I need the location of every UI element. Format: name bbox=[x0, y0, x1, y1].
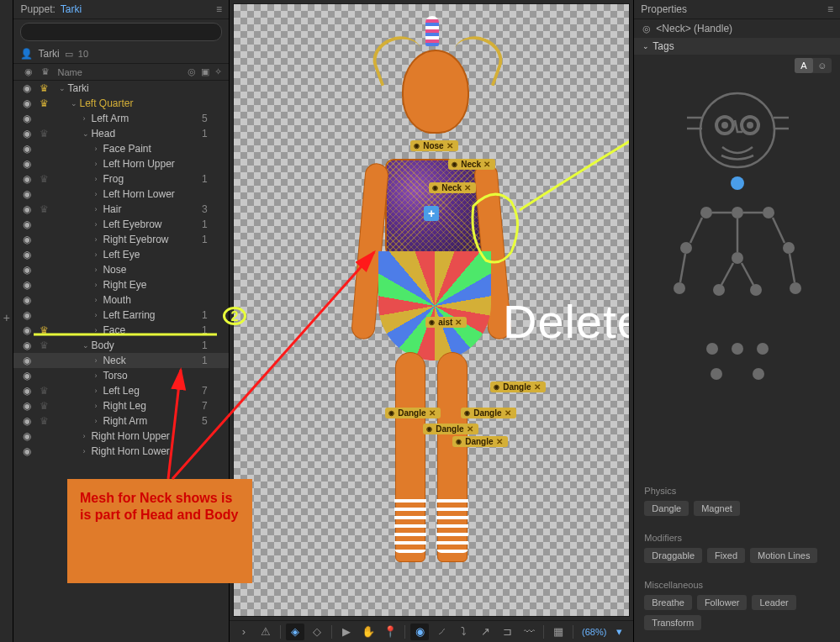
visibility-icon[interactable]: ◉ bbox=[18, 158, 35, 170]
crown-icon[interactable]: ♛ bbox=[35, 385, 52, 397]
caret-icon[interactable]: › bbox=[94, 250, 103, 259]
close-icon[interactable]: ✕ bbox=[446, 141, 453, 150]
visibility-icon[interactable]: ◉ bbox=[18, 430, 35, 442]
record-column-icon[interactable]: ◎ bbox=[188, 66, 196, 77]
tag-dangle[interactable]: Dangle✕ bbox=[423, 424, 478, 434]
tree-row[interactable]: ◉›Right Eyebrow1 bbox=[13, 232, 229, 247]
tree-row[interactable]: ◉♛⌄Body1 bbox=[13, 338, 229, 353]
tree-row[interactable]: ◉♛⌄Head1 bbox=[13, 126, 229, 141]
crown-icon[interactable]: ♛ bbox=[35, 97, 52, 109]
tool-magnet-icon[interactable]: ⊐ bbox=[498, 624, 516, 640]
tag-leader[interactable]: Leader bbox=[752, 595, 795, 610]
tree-row[interactable]: ◉›Right Horn Lower bbox=[13, 444, 229, 459]
visibility-icon[interactable]: ◉ bbox=[18, 294, 35, 306]
visibility-icon[interactable]: ◉ bbox=[18, 143, 35, 155]
tag-dangle[interactable]: Dangle✕ bbox=[452, 436, 507, 447]
tool-stick-icon[interactable]: ⟋ bbox=[432, 624, 451, 640]
caret-icon[interactable]: › bbox=[94, 296, 103, 304]
caret-icon[interactable]: › bbox=[94, 417, 103, 425]
caret-icon[interactable]: › bbox=[94, 281, 103, 289]
tag-transform[interactable]: Transform bbox=[644, 615, 701, 630]
visibility-icon[interactable]: ◉ bbox=[18, 324, 35, 336]
close-icon[interactable]: ✕ bbox=[505, 408, 511, 418]
tag-neck-2[interactable]: Neck✕ bbox=[429, 182, 476, 193]
caret-icon[interactable]: › bbox=[94, 402, 103, 410]
tag-neck-1[interactable]: Neck✕ bbox=[448, 159, 495, 170]
caret-icon[interactable]: › bbox=[94, 205, 103, 213]
tag-dangle[interactable]: Dangle✕ bbox=[490, 382, 545, 392]
neck-tag-dot[interactable] bbox=[731, 176, 744, 190]
origin-icon[interactable]: ◎ bbox=[642, 24, 651, 34]
mode-face-icon[interactable]: ☺ bbox=[813, 58, 832, 73]
tags-section-header[interactable]: ⌄ Tags bbox=[634, 38, 840, 55]
crown-column-icon[interactable]: ♛ bbox=[37, 66, 54, 77]
visibility-icon[interactable]: ◉ bbox=[18, 385, 35, 397]
tag-breathe[interactable]: Breathe bbox=[644, 595, 692, 610]
tool-handle-icon[interactable]: ◉ bbox=[410, 624, 429, 640]
tree-row[interactable]: ◉›Left Earring1 bbox=[13, 308, 229, 323]
caret-icon[interactable]: ⌄ bbox=[59, 84, 67, 92]
caret-icon[interactable]: › bbox=[94, 266, 103, 274]
add-tool-icon[interactable]: + bbox=[3, 311, 10, 324]
panel-menu-icon[interactable]: ≡ bbox=[216, 3, 222, 15]
tag-motion-lines[interactable]: Motion Lines bbox=[750, 548, 817, 563]
search-input[interactable] bbox=[20, 23, 222, 41]
caret-icon[interactable]: › bbox=[94, 220, 103, 229]
tool-arrow-icon[interactable]: ▶ bbox=[337, 624, 356, 640]
tree-row[interactable]: ◉›Right Eye bbox=[13, 277, 229, 292]
tree-row[interactable]: ◉♛⌄Tarki bbox=[13, 81, 229, 96]
tree-row[interactable]: ◉♛⌄Left Quarter bbox=[13, 96, 229, 111]
tag-dangle[interactable]: Dangle✕ bbox=[385, 408, 440, 418]
tree-row[interactable]: ◉♛›Right Arm5 bbox=[13, 413, 229, 429]
tree-row[interactable]: ◉›Left Eye bbox=[13, 247, 229, 262]
caret-icon[interactable]: › bbox=[94, 356, 103, 365]
tool-warning-icon[interactable]: ⚠ bbox=[256, 624, 275, 640]
rig-body-diagram[interactable] bbox=[641, 80, 834, 391]
crown-icon[interactable]: ♛ bbox=[35, 128, 52, 139]
tree-row[interactable]: ◉♛›Face1 bbox=[13, 323, 229, 338]
tree-row[interactable]: ◉♛›Frog1 bbox=[13, 171, 229, 187]
visibility-icon[interactable]: ◉ bbox=[18, 113, 35, 124]
tree-row[interactable]: ◉›Face Paint bbox=[13, 141, 229, 156]
tool-mesh-icon[interactable]: ◈ bbox=[286, 624, 304, 640]
tree-row[interactable]: ◉♛›Right Leg7 bbox=[13, 398, 229, 413]
tag-magnet[interactable]: Magnet bbox=[694, 501, 740, 516]
tag-fixed[interactable]: Fixed bbox=[707, 548, 745, 563]
caret-icon[interactable]: ⌄ bbox=[71, 99, 79, 108]
visibility-icon[interactable]: ◉ bbox=[18, 355, 35, 366]
caret-icon[interactable]: › bbox=[94, 145, 103, 153]
close-icon[interactable]: ✕ bbox=[455, 318, 462, 327]
caret-icon[interactable]: › bbox=[82, 114, 91, 123]
viewport[interactable]: + Nose✕ Neck✕ Neck✕ aist✕ Dangle✕ Dangle… bbox=[233, 3, 630, 617]
crown-icon[interactable]: ♛ bbox=[35, 173, 52, 185]
visibility-icon[interactable]: ◉ bbox=[18, 400, 35, 412]
tag-mode-toggle[interactable]: A ☺ bbox=[795, 58, 832, 73]
panel-menu-icon[interactable]: ≡ bbox=[827, 3, 833, 15]
crown-icon[interactable]: ♛ bbox=[35, 415, 52, 427]
puppet-summary-row[interactable]: 👤 Tarki ▭ 10 bbox=[13, 45, 229, 64]
visibility-icon[interactable]: ◉ bbox=[18, 97, 35, 109]
tag-dangle[interactable]: Dangle✕ bbox=[461, 408, 515, 418]
crown-icon[interactable]: ♛ bbox=[35, 203, 52, 215]
tag-dangle[interactable]: Dangle bbox=[644, 501, 689, 516]
trigger-column-icon[interactable]: ✧ bbox=[214, 66, 222, 77]
caret-icon[interactable]: › bbox=[94, 387, 103, 395]
tool-pin-icon[interactable]: 📍 bbox=[381, 624, 399, 640]
caret-icon[interactable]: › bbox=[94, 160, 103, 168]
close-icon[interactable]: ✕ bbox=[496, 437, 503, 446]
visibility-icon[interactable]: ◉ bbox=[18, 415, 35, 427]
visibility-icon[interactable]: ◉ bbox=[18, 234, 35, 245]
crown-icon[interactable]: ♛ bbox=[35, 400, 52, 412]
visibility-icon[interactable]: ◉ bbox=[18, 445, 35, 457]
tree-row[interactable]: ◉›Left Arm5 bbox=[13, 111, 229, 126]
caret-icon[interactable]: › bbox=[94, 326, 103, 334]
visibility-icon[interactable]: ◉ bbox=[18, 264, 35, 276]
visibility-icon[interactable]: ◉ bbox=[18, 218, 35, 230]
tree-row[interactable]: ◉♛›Left Leg7 bbox=[13, 383, 229, 398]
close-icon[interactable]: ✕ bbox=[464, 183, 471, 192]
crown-icon[interactable]: ♛ bbox=[35, 82, 52, 94]
tree-row[interactable]: ◉›Neck1 bbox=[13, 353, 229, 368]
tool-hand-icon[interactable]: ✋ bbox=[359, 624, 378, 640]
tool-grid-icon[interactable]: ▦ bbox=[549, 624, 568, 640]
puppet-name-link[interactable]: Tarki bbox=[61, 3, 82, 15]
